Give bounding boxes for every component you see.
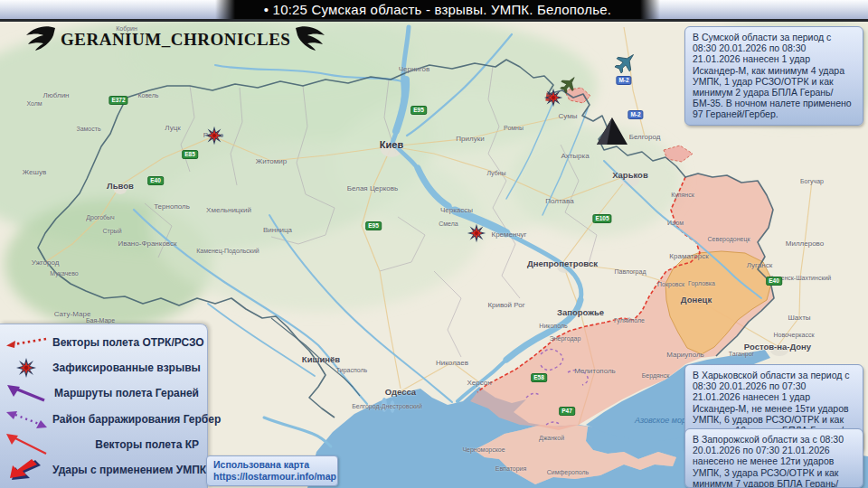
- attribution-link[interactable]: https://lostarmour.info/map: [213, 471, 331, 483]
- title-text: • 10:25 Сумская область - взрывы. УМПК. …: [215, 0, 660, 19]
- city-label: Белгород: [629, 133, 661, 141]
- city-label: Белгород-Днестровский: [352, 403, 422, 409]
- city-label: Купянск: [671, 192, 694, 198]
- city-label: Краматорск: [669, 252, 708, 260]
- city-label: Житомир: [256, 157, 287, 165]
- city-label: Гуляйполе: [614, 317, 645, 324]
- city-label: Холм: [26, 100, 42, 107]
- city-label: Днепропетровск: [527, 258, 598, 268]
- legend-row: Удары с применением УМПК: [0, 457, 207, 482]
- sea-label: Азовское море: [635, 416, 691, 425]
- slide: КиевЛьвовОдессаХарьковДнепропетровскДоне…: [0, 0, 868, 488]
- road-badge: E372: [108, 96, 127, 105]
- city-label: Кременчуг: [491, 230, 526, 239]
- jet-icon: [612, 49, 639, 80]
- purple-arrow-icon: [0, 382, 52, 404]
- city-label: Хмельницкий: [206, 206, 251, 214]
- city-label: Смела: [439, 221, 458, 227]
- logo: GERANIUM_CHRONICLES: [25, 24, 326, 55]
- city-label: Львов: [107, 181, 134, 191]
- city-label: Евпатория: [495, 465, 527, 472]
- city-label: Миллерово: [786, 239, 824, 248]
- title-bar: • 10:25 Сумская область - взрывы. УМПК. …: [0, 0, 868, 22]
- city-label: Донецк: [681, 295, 712, 305]
- city-label: Шахты: [788, 314, 810, 322]
- road-badge: E85: [182, 150, 198, 159]
- city-label: Луцк: [165, 124, 180, 132]
- city-label: Чернигов: [399, 65, 430, 73]
- city-label: Ужгород: [32, 258, 60, 267]
- city-label: Белая Церковь: [347, 184, 398, 192]
- city-label: Энергодар: [550, 335, 581, 342]
- attribution-box: Использована карта https://lostarmour.in…: [206, 455, 338, 486]
- road-badge: E58: [531, 373, 547, 382]
- city-label: Бая-Маре: [86, 317, 115, 324]
- logo-text: GERANIUM_CHRONICLES: [61, 30, 290, 50]
- road-badge: Р47: [559, 407, 575, 416]
- city-label: Ивано-Франковск: [118, 239, 177, 248]
- red-thick-arrow-icon: [0, 458, 52, 482]
- city-label: Люблин: [42, 91, 69, 99]
- city-label: Киев: [380, 139, 403, 150]
- city-label: Кривой Рог: [487, 301, 524, 309]
- city-label: Харьков: [612, 170, 648, 180]
- city-label: Дрогобыч: [86, 214, 115, 221]
- legend-row: Зафиксированные взрывы: [0, 356, 207, 380]
- city-label: Кишинёв: [302, 354, 340, 364]
- city-label: Мариуполь: [666, 351, 704, 359]
- city-label: Полтава: [545, 197, 573, 205]
- city-label: Ахтырка: [561, 152, 589, 160]
- wing-right-icon: [295, 24, 326, 55]
- city-label: Херсон: [467, 379, 491, 387]
- city-label: Николаев: [436, 359, 468, 367]
- city-label: Ковель: [137, 92, 158, 99]
- legend-label: Район барражирования Гербер: [52, 413, 229, 426]
- attribution-text: Использована карта: [213, 459, 331, 471]
- legend-label: Удары с применением УМПК: [52, 464, 214, 476]
- city-label: Мукачево: [50, 270, 78, 277]
- city-label: Луганск: [747, 261, 772, 269]
- city-label: Каменец-Подольский: [196, 248, 259, 254]
- road-badge: М-2: [627, 110, 643, 119]
- red-dotted-arrow-icon: [0, 333, 52, 352]
- city-label: Запорожье: [557, 307, 604, 317]
- city-label: Мелитополь: [574, 367, 616, 375]
- red-thin-arrow-icon: [0, 433, 52, 456]
- geran-drone-icon: [558, 73, 580, 99]
- legend-label: Векторы полета ОТРК/РСЗО: [52, 336, 212, 349]
- city-label: Винница: [263, 226, 292, 234]
- explosion-marker-rivne: [203, 125, 225, 150]
- city-label: Тернополь: [154, 202, 190, 211]
- info-box-sumy: В Сумской области за период с 08:30 20.0…: [684, 26, 863, 126]
- city-label: Новочеркасск: [774, 332, 815, 338]
- city-label: Черкассы: [440, 206, 473, 214]
- city-label: Сумы: [559, 112, 578, 120]
- legend-label: Маршруты полета Гераней: [52, 387, 207, 399]
- city-label: Северодонецк: [708, 236, 750, 242]
- city-label: Изюм: [667, 220, 684, 226]
- legend-label: Векторы полета КР: [52, 438, 207, 451]
- legend-label: Зафиксированные взрывы: [52, 361, 209, 374]
- road-badge: E95: [410, 106, 427, 115]
- purple-dashed-double-arrow-icon: [0, 408, 52, 431]
- city-label: Тирасполь: [336, 367, 367, 373]
- city-label: Ромны: [504, 125, 524, 131]
- city-label: Одесса: [385, 387, 416, 397]
- city-label: Прилуки: [456, 135, 484, 143]
- city-label: Горловка: [688, 280, 715, 286]
- road-badge: E40: [147, 176, 164, 185]
- dark-triangle-symbol: [595, 116, 629, 150]
- legend-row: Векторы полета КР: [0, 432, 207, 456]
- city-label: Бердянск: [642, 372, 670, 379]
- city-label: Никополь: [539, 323, 567, 329]
- explosion-marker-kremenchuk: [466, 222, 487, 248]
- legend-row: Район барражирования Гербер: [0, 407, 207, 431]
- city-label: Жешув: [23, 168, 46, 176]
- city-label: Симферополь: [547, 469, 589, 475]
- city-label: Джанкой: [539, 435, 564, 441]
- legend-row: Маршруты полета Гераней: [0, 381, 207, 406]
- explosion-icon: [0, 356, 52, 380]
- city-label: Покровск: [657, 281, 684, 287]
- road-badge: E95: [365, 221, 382, 230]
- info-box-zaporizhzhia: В Запорожской области за с 08:30 20.01.2…: [684, 428, 863, 488]
